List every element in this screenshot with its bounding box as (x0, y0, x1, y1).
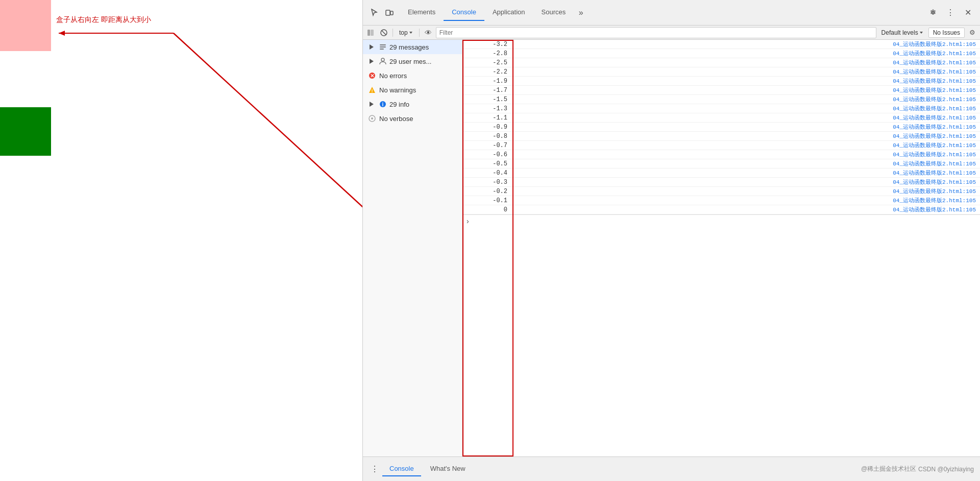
annotation-text: 盒子从右向左 即距离从大到小 (56, 15, 151, 25)
error-icon: ✕ (368, 71, 376, 80)
sidebar-item-user-messages[interactable]: 29 user mes... (363, 54, 462, 68)
sidebar-item-warnings[interactable]: ! No warnings (363, 83, 462, 97)
log-source-link[interactable]: 04_运动函数最终版2.html:105 (893, 197, 980, 204)
svg-rect-3 (386, 10, 390, 15)
bottom-tab-whats-new[interactable]: What's New (423, 462, 473, 476)
tab-elements[interactable]: Elements (400, 4, 444, 21)
log-value: -0.4 (462, 170, 513, 177)
log-source-link[interactable]: 04_运动函数最终版2.html:105 (893, 68, 980, 76)
log-value: -2.2 (462, 68, 513, 76)
log-source-link[interactable]: 04_运动函数最终版2.html:105 (893, 50, 980, 57)
log-source-link[interactable]: 04_运动函数最终版2.html:105 (893, 141, 980, 149)
log-value: -0.8 (462, 133, 513, 140)
bottom-right-text: @稀土掘金技术社区 CSDN @0yizhiaying (861, 465, 974, 473)
devtools-tab-bar: Elements Console Application Sources » (398, 4, 926, 21)
close-devtools-button[interactable]: ✕ (961, 6, 975, 20)
log-row: -1.904_运动函数最终版2.html:105 (462, 77, 980, 86)
log-source-link[interactable]: 04_运动函数最终版2.html:105 (893, 95, 980, 103)
log-source-link[interactable]: 04_运动函数最终版2.html:105 (893, 114, 980, 122)
execution-context-selector[interactable]: top (396, 28, 416, 37)
log-source-link[interactable]: 04_运动函数最终版2.html:105 (893, 132, 980, 140)
tab-console[interactable]: Console (444, 4, 484, 21)
arrow-diagram (0, 0, 362, 317)
default-levels-selector[interactable]: Default levels (878, 28, 926, 37)
log-source-link[interactable]: 04_运动函数最终版2.html:105 (893, 123, 980, 131)
console-log-area[interactable]: -3.204_运动函数最终版2.html:105-2.804_运动函数最终版2.… (462, 40, 980, 456)
log-source-link[interactable]: 04_运动函数最终版2.html:105 (893, 40, 980, 48)
console-filter-input[interactable] (436, 27, 876, 38)
toolbar-divider2 (419, 29, 420, 37)
verbose-icon (368, 114, 376, 123)
log-row: -3.204_运动函数最终版2.html:105 (462, 40, 980, 49)
sidebar-item-info[interactable]: i 29 info (363, 97, 462, 111)
log-row: -1.104_运动函数最终版2.html:105 (462, 113, 980, 123)
svg-text:!: ! (372, 88, 373, 93)
warning-icon: ! (368, 86, 376, 94)
sidebar-label-errors: No errors (379, 72, 407, 80)
log-row: -0.504_运动函数最终版2.html:105 (462, 159, 980, 169)
log-value: -0.5 (462, 160, 513, 167)
bottom-dots-menu[interactable]: ⋮ (369, 464, 380, 475)
eye-button[interactable]: 👁 (423, 27, 434, 38)
sidebar-label-info: 29 info (389, 101, 409, 108)
svg-rect-6 (371, 30, 374, 36)
pink-box (0, 0, 51, 51)
console-settings-button[interactable]: ⚙ (967, 27, 978, 38)
device-toolbar-button[interactable] (382, 6, 397, 20)
svg-text:i: i (382, 102, 384, 107)
log-source-link[interactable]: 04_运动函数最终版2.html:105 (893, 59, 980, 66)
topbar-right-icons: ⋮ ✕ (926, 6, 976, 20)
no-issues-button[interactable]: No Issues (928, 28, 965, 38)
inspect-element-button[interactable] (367, 6, 381, 20)
log-value: -1.5 (462, 96, 513, 103)
log-value: -0.7 (462, 142, 513, 149)
log-row: -0.704_运动函数最终版2.html:105 (462, 141, 980, 150)
clear-console-button[interactable] (378, 27, 389, 38)
log-row: -2.804_运动函数最终版2.html:105 (462, 49, 980, 58)
tab-sources[interactable]: Sources (533, 4, 574, 21)
log-source-link[interactable]: 04_运动函数最终版2.html:105 (893, 105, 980, 112)
log-row: -0.904_运动函数最终版2.html:105 (462, 123, 980, 132)
log-source-link[interactable]: 04_运动函数最终版2.html:105 (893, 160, 980, 167)
svg-line-2 (174, 33, 362, 291)
log-source-link[interactable]: 04_运动函数最终版2.html:105 (893, 86, 980, 94)
log-source-link[interactable]: 04_运动函数最终版2.html:105 (893, 178, 980, 186)
sidebar-label-messages: 29 messages (389, 43, 429, 51)
devtools-topbar: Elements Console Application Sources » ⋮… (363, 0, 980, 26)
log-source-link[interactable]: 04_运动函数最终版2.html:105 (893, 77, 980, 85)
sidebar-item-errors[interactable]: ✕ No errors (363, 68, 462, 83)
sidebar-item-verbose[interactable]: No verbose (363, 111, 462, 126)
sidebar-label-verbose: No verbose (379, 115, 413, 123)
svg-marker-1 (59, 31, 65, 36)
log-source-link[interactable]: 04_运动函数最终版2.html:105 (893, 206, 980, 213)
tab-application[interactable]: Application (484, 4, 533, 21)
svg-rect-11 (380, 49, 384, 50)
green-box (0, 107, 51, 156)
log-row: 004_运动函数最终版2.html:105 (462, 205, 980, 214)
log-source-link[interactable]: 04_运动函数最终版2.html:105 (893, 169, 980, 177)
expand-icon-user (368, 57, 376, 65)
sidebar-label-user: 29 user mes... (389, 58, 431, 65)
log-value: -1.1 (462, 114, 513, 122)
devtools-more-menu[interactable]: ⋮ (943, 6, 958, 20)
log-row: -1.504_运动函数最终版2.html:105 (462, 95, 980, 104)
toolbar-divider (393, 29, 393, 37)
sidebar-toggle-button[interactable] (365, 27, 376, 38)
svg-rect-5 (368, 30, 370, 36)
console-sidebar: 29 messages 29 user mes... ✕ (363, 40, 462, 456)
bottom-tab-console[interactable]: Console (382, 462, 421, 476)
svg-point-20 (371, 117, 373, 119)
more-tabs-button[interactable]: » (574, 6, 588, 20)
console-prompt-row[interactable]: › (462, 214, 980, 227)
log-value: 0 (462, 206, 513, 213)
sidebar-item-messages[interactable]: 29 messages (363, 40, 462, 54)
log-row: -0.204_运动函数最终版2.html:105 (462, 187, 980, 196)
svg-rect-10 (380, 46, 386, 47)
settings-button[interactable] (926, 6, 940, 20)
log-value: -0.1 (462, 197, 513, 204)
log-source-link[interactable]: 04_运动函数最终版2.html:105 (893, 187, 980, 195)
log-value: -1.9 (462, 78, 513, 85)
log-rows-container: -3.204_运动函数最终版2.html:105-2.804_运动函数最终版2.… (462, 40, 980, 214)
log-source-link[interactable]: 04_运动函数最终版2.html:105 (893, 151, 980, 158)
log-value: -1.7 (462, 87, 513, 94)
